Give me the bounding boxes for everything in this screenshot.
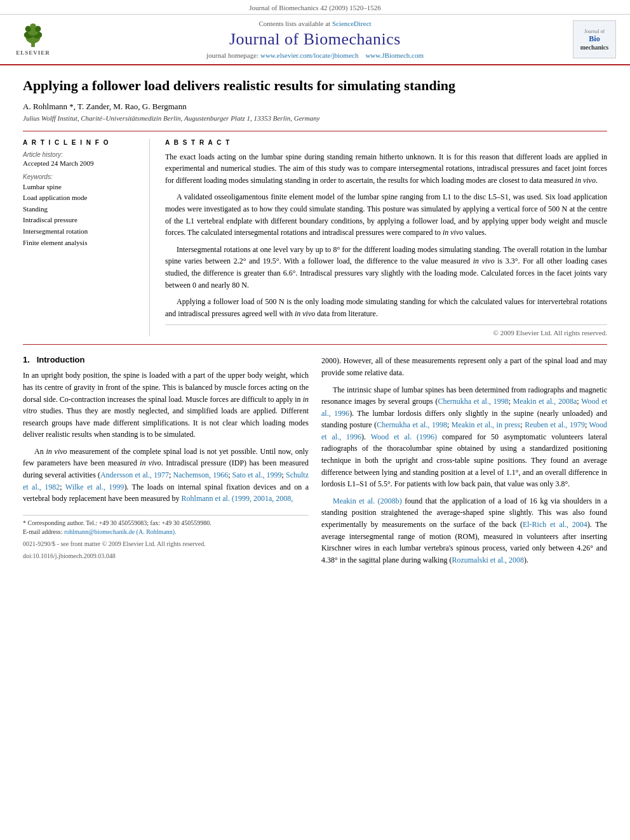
journal-title: Journal of Biomechanics — [71, 30, 559, 49]
section-heading-intro: 1. Introduction — [23, 355, 309, 364]
ref-meakin-press[interactable]: Meakin et al., in press — [452, 420, 520, 429]
journal-header-center: Contents lists available at ScienceDirec… — [61, 20, 569, 59]
copyright-line: © 2009 Elsevier Ltd. All rights reserved… — [165, 324, 607, 337]
keywords-label: Keywords: — [23, 173, 140, 180]
authors-text: A. Rohlmann *, T. Zander, M. Rao, G. Ber… — [23, 102, 187, 111]
abstract-para-4: Applying a follower load of 500 N is the… — [165, 296, 607, 319]
sciencedirect-link[interactable]: ScienceDirect — [332, 20, 372, 27]
logo-top-text: Journal of — [584, 29, 605, 34]
article-history: Article history: Accepted 24 March 2009 — [23, 151, 140, 167]
journal-logo-box-area: Journal of Bio mechanics — [569, 20, 620, 58]
corresponding-note: * Corresponding author. Tel.: +49 30 450… — [23, 519, 309, 526]
footer-notes: * Corresponding author. Tel.: +49 30 450… — [23, 515, 309, 559]
svg-point-7 — [30, 23, 36, 30]
journal-logo-box: Journal of Bio mechanics — [573, 20, 616, 58]
abstract-para-3: Intersegmental rotations at one level va… — [165, 244, 607, 291]
ref-rozumalski[interactable]: Rozumalski et al., 2008 — [452, 556, 524, 564]
doi-text: doi:10.1016/j.jbiomech.2009.03.048 — [23, 552, 116, 559]
abstract-text: The exact loads acting on the lumbar spi… — [165, 151, 607, 320]
body-right-para-2: The intrinsic shape of lumbar spines has… — [321, 384, 607, 490]
ref-elrich[interactable]: El-Rich et al., 2004 — [523, 520, 587, 529]
keyword-5: Intersegmental rotation — [23, 226, 140, 237]
abstract-column: A B S T R A C T The exact loads acting o… — [163, 139, 607, 337]
abstract-label: A B S T R A C T — [165, 139, 607, 146]
article-body: 1. Introduction In an upright body posit… — [23, 355, 607, 571]
elsevier-tree-icon — [17, 23, 49, 48]
ref-rohlmann[interactable]: Rohlmann et al. (1999, 2001a, 2008, — [182, 494, 293, 503]
logo-bot-text: mechanics — [580, 44, 608, 51]
body-column-right: 2000). However, all of these measurement… — [321, 355, 607, 571]
history-label: Article history: — [23, 151, 140, 158]
affiliation: Julius Wolff Institut, Charité–Universit… — [23, 114, 607, 122]
top-bar: Journal of Biomechanics 42 (2009) 1520–1… — [0, 0, 630, 15]
body-column-left: 1. Introduction In an upright body posit… — [23, 355, 309, 571]
ref-sato[interactable]: Sato et al., 1999 — [232, 470, 282, 479]
elsevier-logo-area: ELSEVIER — [10, 20, 61, 58]
ref-nachemson[interactable]: Nachemson, 1966 — [173, 470, 228, 479]
email-line: E-mail address: rohlmann@biomechanik.de … — [23, 528, 309, 535]
keyword-4: Intradiscal pressure — [23, 215, 140, 226]
homepage-link2[interactable]: www.JBiomech.com — [365, 51, 424, 59]
body-para-1: In an upright body position, the spine i… — [23, 370, 309, 441]
elsevier-text: ELSEVIER — [16, 50, 50, 56]
main-content: Applying a follower load delivers realis… — [0, 65, 630, 586]
journal-citation: Journal of Biomechanics 42 (2009) 1520–1… — [249, 4, 380, 11]
body-para-2: An in vivo measurement of the complete s… — [23, 446, 309, 505]
keywords-section: Keywords: Lumbar spine Load application … — [23, 173, 140, 249]
footer-doi: doi:10.1016/j.jbiomech.2009.03.048 — [23, 552, 309, 559]
body-right-para-1: 2000). However, all of these measurement… — [321, 355, 607, 378]
ref-chernukha[interactable]: Chernukha et al., 1998 — [438, 397, 508, 406]
abstract-para-1: The exact loads acting on the lumbar spi… — [165, 151, 607, 187]
authors: A. Rohlmann *, T. Zander, M. Rao, G. Ber… — [23, 102, 607, 112]
body-text-right: 2000). However, all of these measurement… — [321, 355, 607, 566]
section-number: 1. — [23, 355, 30, 364]
history-value: Accepted 24 March 2009 — [23, 159, 140, 167]
homepage-link1[interactable]: www.elsevier.com/locate/jbiomech — [260, 51, 358, 59]
logo-mid-text: Bio — [589, 34, 600, 44]
keyword-1: Lumbar spine — [23, 182, 140, 193]
section-title: Introduction — [37, 355, 85, 364]
keyword-3: Standing — [23, 204, 140, 215]
email-link[interactable]: rohlmann@biomechanik.de (A. Rohlmann). — [64, 528, 177, 535]
article-title: Applying a follower load delivers realis… — [23, 77, 607, 95]
keyword-6: Finite element analysis — [23, 237, 140, 249]
keywords-list: Lumbar spine Load application mode Stand… — [23, 182, 140, 249]
elsevier-logo: ELSEVIER — [10, 20, 56, 58]
journal-header: ELSEVIER Contents lists available at Sci… — [0, 15, 630, 65]
abstract-para-2: A validated osseoligamentous finite elem… — [165, 191, 607, 238]
article-info-column: A R T I C L E I N F O Article history: A… — [23, 139, 150, 337]
sciencedirect-line: Contents lists available at ScienceDirec… — [71, 20, 559, 27]
article-info-abstract: A R T I C L E I N F O Article history: A… — [23, 131, 607, 345]
ref-andersson[interactable]: Andersson et al., 1977 — [100, 470, 169, 479]
body-right-para-3: Meakin et al. (2008b) found that the app… — [321, 495, 607, 566]
ref-wilke[interactable]: Wilke et al., 1999 — [65, 483, 124, 491]
issn-text: 0021-9290/$ - see front matter © 2009 El… — [23, 540, 206, 547]
body-text-left: In an upright body position, the spine i… — [23, 370, 309, 505]
ref-reuben[interactable]: Reuben et al., 1979 — [525, 420, 585, 429]
journal-homepage-line: journal homepage: www.elsevier.com/locat… — [71, 51, 559, 59]
ref-chernukha2[interactable]: Chernukha et al., 1998 — [377, 420, 447, 429]
page-wrapper: Journal of Biomechanics 42 (2009) 1520–1… — [0, 0, 630, 840]
footer-issn: 0021-9290/$ - see front matter © 2009 El… — [23, 540, 309, 547]
ref-meakin-2008a[interactable]: Meakin et al., 2008a — [513, 397, 577, 406]
keyword-2: Load application mode — [23, 192, 140, 204]
ref-wood-compare[interactable]: Wood et al. (1996) — [371, 432, 437, 441]
article-info-label: A R T I C L E I N F O — [23, 139, 140, 146]
ref-meakin-2008b[interactable]: Meakin et al. (2008b) — [333, 497, 402, 505]
